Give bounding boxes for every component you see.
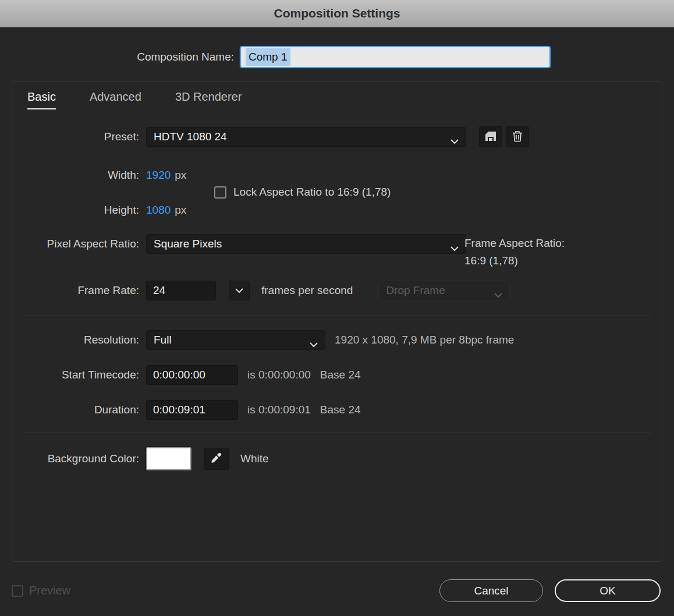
background-color-name: White: [240, 452, 269, 465]
width-value[interactable]: 1920: [146, 169, 171, 182]
tab-advanced[interactable]: Advanced: [90, 90, 141, 109]
resolution-value: Full: [154, 334, 172, 346]
preset-value: HDTV 1080 24: [154, 130, 227, 143]
start-timecode-value: 0:00:00:00: [153, 369, 205, 381]
resolution-info: 1920 x 1080, 7,9 MB per 8bpc frame: [335, 334, 514, 346]
composition-name-row: Composition Name: Comp 1: [118, 46, 551, 68]
lock-aspect-checkbox[interactable]: [214, 186, 226, 199]
dialog-titlebar: Composition Settings: [0, 0, 674, 27]
resolution-label: Resolution:: [23, 334, 139, 346]
ok-button[interactable]: OK: [555, 579, 661, 602]
cancel-button[interactable]: Cancel: [439, 579, 543, 602]
background-color-row: Background Color: White: [23, 445, 651, 472]
lock-aspect-label: Lock Aspect Ratio to 16:9 (1,78): [233, 186, 391, 199]
width-unit: px: [175, 169, 186, 182]
chevron-down-icon: [235, 286, 243, 295]
dialog-title: Composition Settings: [274, 6, 400, 20]
frames-per-second-text: frames per second: [261, 284, 353, 297]
pixel-aspect-value: Square Pixels: [154, 238, 222, 250]
chevron-down-icon: [494, 288, 502, 301]
tab-3d-renderer[interactable]: 3D Renderer: [175, 90, 242, 109]
width-label: Width:: [23, 169, 139, 182]
composition-name-label: Composition Name:: [118, 51, 234, 63]
eyedropper-icon: [211, 452, 222, 466]
pixel-aspect-label: Pixel Aspect Ratio:: [23, 238, 139, 250]
tab-bar: Basic Advanced 3D Renderer: [27, 90, 242, 109]
height-value[interactable]: 1080: [146, 204, 171, 217]
preset-row: Preset: HDTV 1080 24: [23, 126, 651, 147]
background-color-swatch[interactable]: [146, 447, 191, 470]
chevron-down-icon: [310, 338, 318, 351]
preview-row: Preview: [12, 584, 70, 597]
duration-is-text: is 0:00:09:01: [247, 403, 311, 416]
start-timecode-row: Start Timecode: 0:00:00:00 is 0:00:00:00…: [23, 364, 651, 385]
start-timecode-is-text: is 0:00:00:00: [247, 369, 311, 381]
composition-name-input[interactable]: Comp 1: [240, 46, 551, 68]
drop-frame-dropdown: Drop Frame: [378, 281, 510, 300]
drop-frame-value: Drop Frame: [386, 284, 445, 297]
duration-input[interactable]: 0:00:09:01: [146, 400, 238, 420]
width-row: Width: 1920 px: [23, 165, 651, 186]
height-unit: px: [175, 204, 186, 217]
trash-icon: [512, 130, 523, 144]
duration-base-text: Base 24: [320, 403, 361, 416]
start-timecode-input[interactable]: 0:00:00:00: [146, 365, 238, 385]
frame-aspect-label: Frame Aspect Ratio:: [464, 235, 565, 252]
divider: [23, 316, 651, 316]
frame-aspect-value: 16:9 (1,78): [464, 252, 565, 270]
height-label: Height:: [23, 204, 139, 217]
settings-panel: Basic Advanced 3D Renderer Preset: HDTV …: [12, 82, 662, 562]
frame-rate-dropdown-button[interactable]: [229, 281, 250, 300]
chevron-down-icon: [450, 134, 459, 147]
resolution-dropdown[interactable]: Full: [146, 330, 325, 350]
duration-value: 0:00:09:01: [153, 403, 205, 416]
delete-preset-button[interactable]: [506, 126, 529, 147]
start-timecode-label: Start Timecode:: [23, 369, 139, 381]
frame-aspect-block: Frame Aspect Ratio: 16:9 (1,78): [464, 235, 565, 270]
divider: [23, 433, 651, 433]
preset-dropdown[interactable]: HDTV 1080 24: [146, 127, 466, 147]
lock-aspect-row: Lock Aspect Ratio to 16:9 (1,78): [214, 186, 391, 199]
frame-rate-value: 24: [153, 284, 165, 297]
resolution-row: Resolution: Full 1920 x 1080, 7,9 MB per…: [23, 330, 651, 351]
duration-row: Duration: 0:00:09:01 is 0:00:09:01 Base …: [23, 399, 651, 420]
frame-rate-label: Frame Rate:: [23, 284, 139, 297]
pixel-aspect-dropdown[interactable]: Square Pixels: [146, 234, 466, 254]
chevron-down-icon: [450, 242, 459, 254]
eyedropper-button[interactable]: [204, 448, 229, 470]
preview-checkbox[interactable]: [12, 585, 23, 597]
save-preset-icon: [485, 132, 496, 143]
start-timecode-base-text: Base 24: [320, 369, 361, 381]
preview-label: Preview: [29, 584, 70, 597]
composition-name-value: Comp 1: [246, 48, 290, 66]
frame-rate-input[interactable]: 24: [146, 281, 216, 300]
preset-label: Preset:: [23, 130, 139, 143]
frame-rate-row: Frame Rate: 24 frames per second Drop Fr…: [23, 280, 651, 301]
save-preset-button[interactable]: [479, 126, 502, 147]
duration-label: Duration:: [23, 403, 139, 416]
tab-basic[interactable]: Basic: [27, 90, 56, 109]
background-color-label: Background Color:: [23, 452, 139, 465]
height-row: Height: 1080 px: [23, 200, 651, 221]
